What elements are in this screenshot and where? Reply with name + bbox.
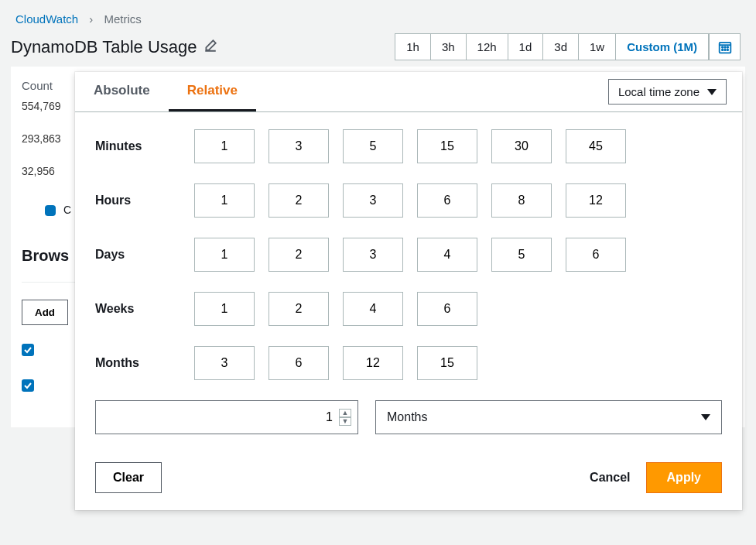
time-range-bar: 1h 3h 12h 1d 3d 1w Custom (1M) bbox=[395, 33, 741, 60]
custom-amount-input[interactable] bbox=[105, 410, 339, 424]
range-3d[interactable]: 3d bbox=[543, 34, 579, 60]
custom-amount-field-wrapper: ▲ ▼ bbox=[95, 400, 358, 434]
preset-days-6[interactable]: 6 bbox=[566, 238, 626, 272]
breadcrumb-root-link[interactable]: CloudWatch bbox=[15, 12, 78, 26]
breadcrumb-current: Metrics bbox=[104, 12, 142, 26]
page-title-text: DynamoDB Table Usage bbox=[11, 37, 197, 57]
preset-minutes-45[interactable]: 45 bbox=[566, 129, 626, 163]
row-label-months: Months bbox=[95, 356, 180, 370]
preset-weeks-6[interactable]: 6 bbox=[417, 292, 477, 326]
svg-point-6 bbox=[727, 49, 728, 50]
preset-days-5[interactable]: 5 bbox=[491, 238, 552, 272]
range-3h[interactable]: 3h bbox=[431, 34, 467, 60]
caret-down-icon bbox=[707, 89, 717, 95]
preset-minutes-15[interactable]: 15 bbox=[417, 129, 477, 163]
popover-body: Minutes 1 3 5 15 30 45 Hours 1 2 3 6 8 1… bbox=[75, 112, 742, 453]
caret-down-icon bbox=[701, 414, 710, 420]
legend-label-trunc: C bbox=[63, 204, 71, 216]
tab-relative[interactable]: Relative bbox=[169, 72, 256, 111]
preset-months-15[interactable]: 15 bbox=[417, 346, 477, 380]
preset-weeks-2[interactable]: 2 bbox=[269, 292, 329, 326]
timezone-label: Local time zone bbox=[618, 85, 700, 98]
unit-select[interactable]: Months bbox=[375, 400, 722, 434]
preset-days-2[interactable]: 2 bbox=[269, 238, 329, 272]
row-label-hours: Hours bbox=[95, 194, 180, 207]
add-button[interactable]: Add bbox=[22, 300, 68, 325]
stepper: ▲ ▼ bbox=[339, 409, 351, 426]
apply-button[interactable]: Apply bbox=[646, 462, 722, 493]
preset-hours-2[interactable]: 2 bbox=[269, 183, 329, 218]
breadcrumb: CloudWatch › Metrics bbox=[0, 0, 756, 30]
preset-months-3[interactable]: 3 bbox=[194, 346, 255, 380]
preset-days-1[interactable]: 1 bbox=[194, 238, 255, 272]
preset-months-6[interactable]: 6 bbox=[269, 346, 329, 380]
svg-point-2 bbox=[724, 46, 726, 48]
calendar-icon[interactable] bbox=[709, 34, 740, 60]
svg-point-4 bbox=[721, 49, 723, 50]
preset-hours-1[interactable]: 1 bbox=[194, 183, 255, 218]
row-label-weeks: Weeks bbox=[95, 302, 180, 316]
legend-swatch bbox=[45, 205, 56, 216]
preset-minutes-3[interactable]: 3 bbox=[269, 129, 329, 163]
row-label-minutes: Minutes bbox=[95, 139, 180, 153]
stepper-down-icon[interactable]: ▼ bbox=[339, 417, 351, 426]
stepper-up-icon[interactable]: ▲ bbox=[339, 409, 351, 417]
range-1d[interactable]: 1d bbox=[508, 34, 544, 60]
chevron-right-icon: › bbox=[81, 12, 101, 26]
row-label-days: Days bbox=[95, 248, 180, 262]
preset-hours-12[interactable]: 12 bbox=[566, 183, 626, 218]
edit-title-icon[interactable] bbox=[204, 37, 217, 57]
preset-hours-3[interactable]: 3 bbox=[343, 183, 403, 218]
range-12h[interactable]: 12h bbox=[467, 34, 508, 60]
svg-point-5 bbox=[724, 49, 726, 50]
preset-days-4[interactable]: 4 bbox=[417, 238, 477, 272]
unit-select-value: Months bbox=[387, 410, 427, 424]
tab-absolute[interactable]: Absolute bbox=[75, 72, 169, 111]
page-title: DynamoDB Table Usage bbox=[11, 37, 385, 57]
preset-minutes-1[interactable]: 1 bbox=[194, 129, 255, 163]
preset-weeks-4[interactable]: 4 bbox=[343, 292, 403, 326]
time-range-popover: Absolute Relative Local time zone Minute… bbox=[75, 72, 742, 510]
range-1h[interactable]: 1h bbox=[395, 34, 431, 60]
range-1w[interactable]: 1w bbox=[579, 34, 616, 60]
preset-weeks-1[interactable]: 1 bbox=[194, 292, 255, 326]
svg-point-1 bbox=[721, 46, 723, 48]
preset-minutes-30[interactable]: 30 bbox=[491, 129, 552, 163]
preset-days-3[interactable]: 3 bbox=[343, 238, 403, 272]
checkbox-2[interactable] bbox=[22, 379, 34, 392]
cancel-button[interactable]: Cancel bbox=[574, 463, 645, 492]
svg-point-3 bbox=[727, 46, 728, 48]
timezone-select[interactable]: Local time zone bbox=[608, 79, 727, 105]
checkbox-1[interactable] bbox=[22, 344, 34, 356]
preset-hours-6[interactable]: 6 bbox=[417, 183, 477, 218]
preset-hours-8[interactable]: 8 bbox=[491, 183, 552, 218]
range-custom[interactable]: Custom (1M) bbox=[616, 34, 709, 60]
preset-minutes-5[interactable]: 5 bbox=[343, 129, 403, 163]
clear-button[interactable]: Clear bbox=[95, 462, 162, 493]
preset-months-12[interactable]: 12 bbox=[343, 346, 403, 380]
